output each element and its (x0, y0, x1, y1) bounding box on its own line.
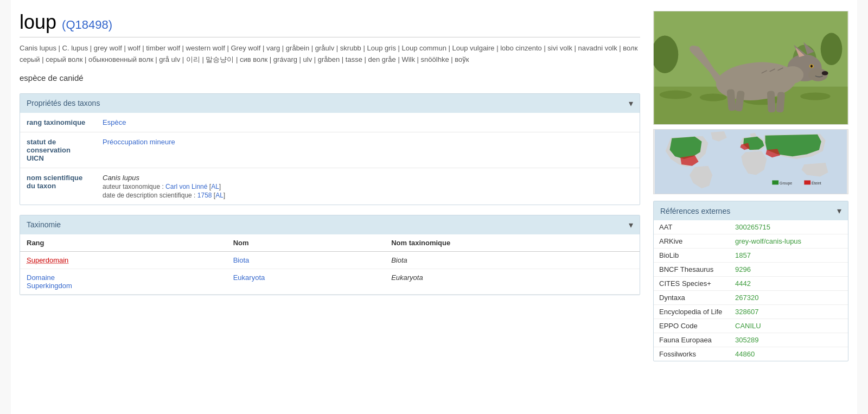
list-item: AAT 300265715 (654, 220, 848, 234)
ref-value[interactable]: grey-wolf/canis-lupus (730, 234, 848, 249)
ref-label: BNCF Thesaurus (654, 263, 730, 277)
taxon-properties-section: Propriétés des taxons ▾ rang taxinomique… (20, 93, 640, 205)
prop-label-nom-sci: nom scientifique du taxon (20, 168, 96, 205)
wolf-map: Groupe Éteint (653, 129, 848, 194)
taxonomy-header[interactable]: Taxinomie ▾ (20, 215, 640, 234)
list-item: BioLib 1857 (654, 249, 848, 263)
list-item: CITES Species+ 4442 (654, 277, 848, 291)
ref-value[interactable]: 9296 (730, 263, 848, 277)
biota-italic: Biota (391, 256, 407, 264)
al-link-date[interactable]: AL (215, 192, 224, 199)
external-refs-section: Références externes ▾ AAT 300265715 ARKi… (653, 201, 848, 361)
ref-label: BioLib (654, 249, 730, 263)
cell-nom-eukaryota: Eukaryota (227, 269, 385, 294)
eukaryota-link[interactable]: Eukaryota (233, 273, 265, 282)
ref-link[interactable]: 300265715 (735, 223, 770, 231)
refs-table: AAT 300265715 ARKive grey-wolf/canis-lup… (654, 220, 848, 361)
qid-text[interactable]: (Q18498) (62, 18, 112, 31)
domaine-link[interactable]: Domaine (27, 273, 55, 282)
taxonomy-table: Rang Nom Nom taxinomique Superdomain Bio… (20, 234, 640, 295)
ref-value[interactable]: 328607 (730, 305, 848, 319)
ref-value[interactable]: 44860 (730, 347, 848, 361)
title-text: loup (20, 11, 56, 33)
description: espèce de canidé (20, 73, 640, 82)
ref-value[interactable]: 267320 (730, 291, 848, 305)
list-item: EPPO Code CANILU (654, 319, 848, 333)
ref-label: Fauna Europaea (654, 333, 730, 347)
prop-value-statut: Préoccupation mineure (96, 132, 640, 168)
ref-link[interactable]: 328607 (735, 308, 758, 316)
table-row: statut de conservation UICN Préoccupatio… (20, 132, 640, 168)
description-text: espèce de canidé (20, 73, 84, 82)
ref-link[interactable]: grey-wolf/canis-lupus (735, 237, 801, 245)
taxon-properties-title: Propriétés des taxons (27, 99, 100, 107)
list-item: Dyntaxa 267320 (654, 291, 848, 305)
ref-link[interactable]: 44860 (735, 350, 755, 358)
ref-link[interactable]: 1857 (735, 251, 751, 259)
ref-label: Encyclopedia of Life (654, 305, 730, 319)
svg-point-12 (822, 71, 828, 75)
list-item: Fossilworks 44860 (654, 347, 848, 361)
table-row: Superdomain Biota Biota (20, 251, 640, 269)
eukaryota-italic: Eukaryota (391, 273, 423, 282)
sub-info-author: auteur taxonomique : Carl von Linné [AL] (103, 183, 633, 190)
list-item: BNCF Thesaurus 9296 (654, 263, 848, 277)
ref-link[interactable]: 305289 (735, 336, 758, 344)
col-nom-tax: Nom taxinomique (385, 234, 640, 252)
ref-label: Dyntaxa (654, 291, 730, 305)
ref-value[interactable]: 300265715 (730, 220, 848, 234)
taxon-properties-header[interactable]: Propriétés des taxons ▾ (20, 94, 640, 113)
cell-rang-superdomain: Superdomain (20, 251, 227, 269)
biota-link[interactable]: Biota (233, 256, 250, 264)
taxonomy-title: Taxinomie (27, 220, 61, 229)
ref-value[interactable]: 4442 (730, 277, 848, 291)
aliases: Canis lupus | C. lupus | grey wolf | wol… (20, 43, 640, 66)
refs-chevron: ▾ (837, 206, 841, 216)
title-divider (20, 37, 640, 37)
preoccupation-link[interactable]: Préoccupation mineure (103, 138, 175, 146)
page-title: loup (Q18498) (20, 11, 640, 34)
ref-label: CITES Species+ (654, 277, 730, 291)
al-link-author[interactable]: AL (211, 183, 219, 190)
ref-label: ARKive (654, 234, 730, 249)
svg-point-14 (810, 65, 813, 68)
col-nom: Nom (227, 234, 385, 252)
ref-link[interactable]: 267320 (735, 294, 758, 302)
list-item: ARKive grey-wolf/canis-lupus (654, 234, 848, 249)
wolf-image (653, 11, 848, 125)
svg-rect-19 (767, 91, 776, 112)
ref-label: EPPO Code (654, 319, 730, 333)
cell-nom-biota: Biota (227, 251, 385, 269)
taxon-properties-table: rang taxinomique Espèce statut de conser… (20, 113, 640, 205)
prop-label-rang: rang taxinomique (20, 113, 96, 132)
svg-point-5 (800, 93, 830, 100)
author-link[interactable]: Carl von Linné (165, 183, 207, 190)
ref-value[interactable]: CANILU (730, 319, 848, 333)
prop-value-rang: Espèce (96, 113, 640, 132)
svg-point-7 (821, 33, 843, 65)
table-header-row: Rang Nom Nom taxinomique (20, 234, 640, 252)
ref-link[interactable]: CANILU (735, 322, 761, 330)
ref-link[interactable]: 9296 (735, 265, 751, 273)
table-row: rang taxinomique Espèce (20, 113, 640, 132)
page-container: loup (Q18498) Canis lupus | C. lupus | g… (11, 0, 857, 414)
ref-label: Fossilworks (654, 347, 730, 361)
cell-nomtax-biota: Biota (385, 251, 640, 269)
prop-value-nom-sci: Canis lupus auteur taxonomique : Carl vo… (96, 168, 640, 205)
taxonomy-section: Taxinomie ▾ Rang Nom Nom taxinomique Sup… (20, 215, 640, 295)
refs-header[interactable]: Références externes ▾ (654, 201, 848, 220)
svg-point-3 (700, 94, 727, 101)
ref-value[interactable]: 1857 (730, 249, 848, 263)
date-link[interactable]: 1758 (197, 192, 212, 199)
ref-link[interactable]: 4442 (735, 279, 751, 288)
list-item: Encyclopedia of Life 328607 (654, 305, 848, 319)
sub-info-date: date de description scientifique : 1758 … (103, 192, 633, 199)
superkingdom-link[interactable]: Superkingdom (27, 282, 72, 290)
refs-title: Références externes (660, 207, 730, 215)
superdomain-link[interactable]: Superdomain (27, 256, 68, 264)
svg-rect-29 (804, 180, 810, 184)
espece-link[interactable]: Espèce (103, 118, 126, 126)
ref-value[interactable]: 305289 (730, 333, 848, 347)
svg-text:Éteint: Éteint (812, 181, 821, 185)
scientific-name: Canis lupus (103, 174, 139, 182)
